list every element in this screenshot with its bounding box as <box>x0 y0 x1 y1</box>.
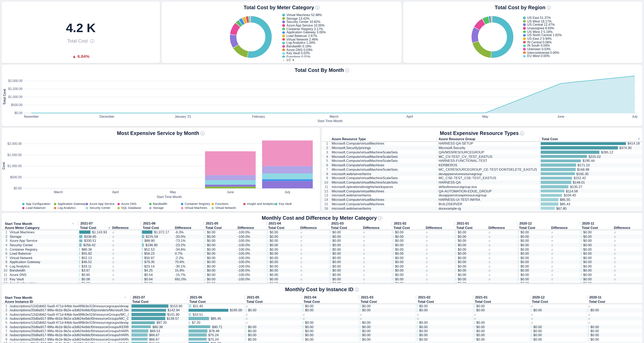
table-row[interactable]: 9/subscriptions/20d6a917-99fa-4b1b-9b2e-… <box>2 337 642 342</box>
table-row[interactable]: 1Microsoft.Compute/virtualMachinesHARNES… <box>322 141 642 146</box>
cost-bar[interactable] <box>79 273 80 276</box>
cost-bar[interactable] <box>417 334 418 337</box>
table-row[interactable]: 5Container Registry$80.36ø$52.53-34.6%$0… <box>2 247 642 251</box>
cost-bar[interactable] <box>142 278 143 281</box>
cost-bar[interactable] <box>393 265 394 268</box>
cost-bar[interactable] <box>246 329 246 332</box>
table-row[interactable]: 8/subscriptions/20d6a917-99fa-4b1b-9b2e-… <box>2 333 642 337</box>
cost-bar[interactable] <box>204 248 206 251</box>
cost-bar[interactable] <box>581 265 582 268</box>
cost-bar[interactable] <box>588 329 589 332</box>
table-row[interactable]: 6Load Balancer$55.82ø$56.230.7%$0.00-100… <box>2 251 642 256</box>
cost-bar[interactable] <box>79 252 80 255</box>
legend-item[interactable]: US East 2 0.94% <box>523 37 628 40</box>
table-row[interactable]: 13App Configuration$0.00ø$0.00ø$0.00ø$0.… <box>2 281 642 283</box>
cost-bar[interactable] <box>588 338 589 341</box>
month-header[interactable]: 2021-05 <box>204 221 266 226</box>
legend-item[interactable]: Functions 0.01% <box>282 55 387 58</box>
cost-bar[interactable] <box>142 252 143 255</box>
cost-bar[interactable] <box>518 256 519 259</box>
cost-bar[interactable] <box>474 309 475 312</box>
cost-bar[interactable] <box>581 256 582 259</box>
cost-bar[interactable] <box>541 202 558 205</box>
cost-bar[interactable] <box>518 265 519 268</box>
cost-bar[interactable] <box>204 231 206 234</box>
table-row[interactable]: 6/subscriptions/20d6a917-99fa-4b1b-9b2e-… <box>2 325 642 329</box>
cost-bar[interactable] <box>204 265 206 268</box>
table-row[interactable]: 2/subscriptions/20d6a917-99fa-4b1b-9b2e-… <box>2 308 642 313</box>
stack-segment-storage[interactable] <box>205 175 256 180</box>
table-row[interactable]: 4/subscriptions/20d6a917-99fa-4b1b-9b2e-… <box>2 317 642 321</box>
region-donut-chart[interactable] <box>469 14 516 60</box>
cost-bar[interactable] <box>456 243 456 246</box>
cost-bar[interactable] <box>393 239 394 242</box>
cost-bar[interactable] <box>79 235 82 238</box>
cost-bar[interactable] <box>132 329 148 332</box>
meter-category-cell[interactable]: Security Center <box>10 243 76 247</box>
difference-header[interactable]: Difference <box>612 226 630 230</box>
cost-bar[interactable] <box>474 338 475 341</box>
cost-bar[interactable] <box>246 309 246 312</box>
cost-bar[interactable] <box>330 265 331 268</box>
cost-bar[interactable] <box>267 261 268 264</box>
cost-bar[interactable] <box>581 273 582 276</box>
cost-bar[interactable] <box>142 231 152 234</box>
cost-bar[interactable] <box>456 273 456 276</box>
cost-bar[interactable] <box>188 334 207 337</box>
cost-bar[interactable] <box>79 256 80 259</box>
legend-item[interactable]: Application Gateway 3.00% <box>282 31 387 34</box>
legend-item[interactable]: Bandwidth <box>149 202 167 205</box>
cost-bar[interactable] <box>267 278 268 281</box>
legend-item[interactable]: Load Balancer <box>22 206 50 209</box>
cost-bar[interactable] <box>79 231 90 234</box>
cost-bar[interactable] <box>456 248 456 251</box>
cost-bar[interactable] <box>518 282 519 283</box>
cost-bar[interactable] <box>142 239 143 242</box>
stack-segment-azure-app-service[interactable] <box>262 181 313 188</box>
cost-bar[interactable] <box>204 273 206 276</box>
cost-bar[interactable] <box>541 185 569 188</box>
cost-bar[interactable] <box>188 321 190 324</box>
cost-bar[interactable] <box>588 309 589 312</box>
cost-bar[interactable] <box>393 231 394 234</box>
cost-bar[interactable] <box>456 282 456 283</box>
cost-bar[interactable] <box>360 321 360 324</box>
difference-header[interactable]: Difference <box>549 226 568 230</box>
total-cost-header[interactable]: Total Cost <box>130 300 148 304</box>
table-row[interactable]: 2Microsoft.Security/pricingsMicrosoft.Se… <box>322 146 642 150</box>
cost-bar[interactable] <box>188 342 209 343</box>
total-cost-header[interactable]: Total Cost <box>587 300 605 304</box>
cost-bar[interactable] <box>541 181 571 184</box>
cost-bar[interactable] <box>588 334 589 337</box>
meter-category-cell[interactable]: Virtual Machines <box>10 230 76 234</box>
cost-bar[interactable] <box>204 261 206 264</box>
cost-bar[interactable] <box>246 334 246 337</box>
table-row[interactable]: 5/subscriptions/12d2db62-5aa9-471d-84bb-… <box>2 321 642 325</box>
cost-bar[interactable] <box>581 282 582 283</box>
cost-bar[interactable] <box>142 261 143 264</box>
cost-bar[interactable] <box>142 256 143 259</box>
instance-id-cell[interactable]: /subscriptions/12d2db62-5aa9-471d-84bb-f… <box>10 304 129 308</box>
table-row[interactable]: 10Bandwidth$3.67ø$4.2515.8%$0.00-100.0%$… <box>2 268 642 273</box>
cost-bar[interactable] <box>531 334 532 337</box>
cost-bar[interactable] <box>267 265 268 268</box>
cost-bar[interactable] <box>541 177 572 180</box>
total-cost-header[interactable]: Total Cost <box>473 300 491 304</box>
cost-bar[interactable] <box>142 235 144 238</box>
legend-item[interactable]: Azure App Service <box>86 202 114 205</box>
month-header[interactable]: 2021-04 <box>266 221 329 226</box>
legend-item[interactable]: US Central 12.47% <box>523 23 628 26</box>
total-cost-header[interactable]: Total Cost <box>329 226 347 230</box>
info-icon[interactable]: ⓘ <box>345 68 349 73</box>
legend-item[interactable]: IN South 0.04% <box>523 44 628 47</box>
month-header[interactable]: 2021-05 <box>244 295 302 300</box>
page-up-icon[interactable]: ▲ <box>282 59 285 61</box>
service-stacked-bar-chart[interactable]: $0.00$500.00$1,000.00$1,500.00$2,000.00M… <box>2 136 320 202</box>
total-cost-header[interactable]: Total Cost <box>392 226 410 230</box>
sort-chevron-icon[interactable]: ∨ <box>638 137 640 141</box>
cost-bar[interactable] <box>417 309 418 312</box>
cost-bar[interactable] <box>393 269 394 272</box>
legend-item[interactable]: Security Center 10.82% <box>282 20 387 24</box>
cost-bar[interactable] <box>330 273 331 276</box>
legend-item[interactable]: Load Balancer 2.67% <box>282 34 387 37</box>
